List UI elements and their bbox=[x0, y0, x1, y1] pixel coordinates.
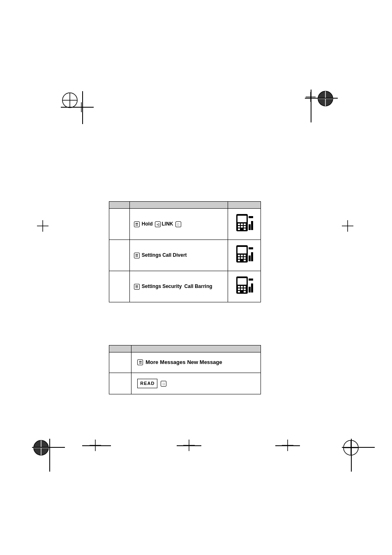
svg-rect-41 bbox=[238, 255, 240, 256]
table2-row1-num bbox=[109, 352, 131, 373]
link-label: LINK bbox=[162, 220, 173, 228]
svg-rect-38 bbox=[249, 216, 253, 218]
svg-rect-45 bbox=[241, 257, 243, 259]
settings-label-1: Settings bbox=[142, 251, 161, 259]
reg-mark-top-left-cross bbox=[76, 101, 87, 115]
svg-rect-61 bbox=[244, 291, 246, 292]
svg-rect-58 bbox=[241, 288, 243, 290]
svg-rect-50 bbox=[251, 252, 253, 261]
reg-line-top-right-h bbox=[305, 98, 338, 99]
reg-line-bottom-right-h bbox=[342, 447, 375, 448]
table1-row-2: ☰ Settings Call Divert bbox=[109, 240, 261, 271]
table2-header-col2 bbox=[131, 345, 261, 352]
reg-mark-bottom-right-inner bbox=[281, 439, 294, 454]
menu-icon-3: ☰ bbox=[134, 284, 140, 290]
svg-rect-27 bbox=[238, 216, 247, 222]
svg-rect-29 bbox=[241, 223, 243, 225]
svg-rect-48 bbox=[244, 260, 246, 261]
reg-line-bottom-center-h bbox=[177, 445, 201, 446]
table1-header-row bbox=[109, 202, 261, 209]
hold-label: Hold bbox=[142, 220, 153, 228]
table1-row-3: ☰ Settings Security Call Barring bbox=[109, 271, 261, 302]
svg-rect-46 bbox=[244, 257, 246, 259]
table1-row2-phone bbox=[228, 240, 261, 271]
reg-mark-bottom-left-inner bbox=[89, 439, 102, 454]
reg-line-top-left-v bbox=[82, 91, 83, 124]
phone-icon-2 bbox=[233, 243, 256, 266]
svg-rect-28 bbox=[238, 223, 240, 225]
table1-row1-desc: ☰ Hold ◁ LINK □ bbox=[129, 209, 228, 240]
table1-row1-phone bbox=[228, 209, 261, 240]
features-table-2: ☰ More Messages New Message READ □ bbox=[109, 345, 261, 394]
reg-line-bottom-left-h bbox=[32, 447, 65, 448]
reg-mark-bottom-center bbox=[182, 439, 196, 454]
table2-row1-content: ☰ More Messages New Message bbox=[137, 358, 255, 367]
table2-row-2: READ □ bbox=[109, 373, 261, 394]
phone-icon-1 bbox=[233, 212, 256, 235]
svg-rect-62 bbox=[249, 287, 251, 292]
security-label: Security bbox=[162, 283, 182, 290]
reg-mark-top-right-circle bbox=[316, 90, 334, 109]
table1-row3-content: ☰ Settings Security Call Barring bbox=[134, 283, 224, 290]
more-label: More bbox=[145, 358, 158, 367]
table2-row-1: ☰ More Messages New Message bbox=[109, 352, 261, 373]
phone-icon-3 bbox=[233, 274, 256, 297]
table1-row1-num bbox=[109, 209, 130, 240]
svg-rect-63 bbox=[251, 283, 253, 292]
ok-icon-1: □ bbox=[175, 221, 181, 227]
svg-rect-40 bbox=[238, 247, 247, 253]
ok-icon-2: □ bbox=[161, 381, 166, 387]
menu-icon-1: ☰ bbox=[134, 221, 140, 227]
table2-row2-content: READ □ bbox=[137, 379, 255, 389]
reg-line-bottom-left-v bbox=[49, 439, 50, 472]
table1-header-col1 bbox=[109, 202, 130, 209]
read-button-label: READ bbox=[137, 379, 157, 389]
svg-rect-34 bbox=[238, 228, 240, 230]
table1-row3-phone bbox=[228, 271, 261, 302]
svg-rect-44 bbox=[238, 257, 240, 259]
table1-row2-desc: ☰ Settings Call Divert bbox=[129, 240, 228, 271]
svg-rect-47 bbox=[238, 260, 240, 261]
table2-row2-num bbox=[109, 373, 131, 394]
table1-row3-desc: ☰ Settings Security Call Barring bbox=[129, 271, 228, 302]
svg-rect-31 bbox=[238, 226, 240, 228]
svg-rect-55 bbox=[241, 286, 243, 288]
svg-rect-53 bbox=[238, 278, 247, 285]
svg-rect-37 bbox=[251, 221, 253, 230]
svg-rect-57 bbox=[238, 288, 240, 290]
table1-row3-num bbox=[109, 271, 130, 302]
svg-rect-35 bbox=[244, 228, 246, 230]
svg-rect-56 bbox=[244, 286, 246, 288]
svg-rect-30 bbox=[244, 223, 246, 225]
svg-rect-64 bbox=[249, 279, 253, 281]
reg-line-top-right-v bbox=[311, 90, 311, 122]
svg-rect-43 bbox=[244, 255, 246, 256]
svg-rect-32 bbox=[241, 226, 243, 228]
settings-label-2: Settings bbox=[142, 283, 161, 290]
table2-header-row bbox=[109, 345, 261, 352]
back-icon-1: ◁ bbox=[155, 221, 161, 227]
table1-header-col3 bbox=[228, 202, 261, 209]
reg-line-top-left-h bbox=[61, 107, 94, 108]
svg-rect-42 bbox=[241, 255, 243, 256]
svg-rect-60 bbox=[238, 291, 240, 292]
table1-row2-num bbox=[109, 240, 130, 271]
features-table-1: ☰ Hold ◁ LINK □ bbox=[109, 201, 261, 302]
svg-rect-59 bbox=[244, 288, 246, 290]
svg-rect-33 bbox=[244, 226, 246, 228]
reg-line-bottom-right-v bbox=[351, 439, 352, 472]
reg-line-bottom-left-inner-h bbox=[82, 445, 111, 446]
reg-mark-mid-right bbox=[341, 219, 354, 234]
table1-row2-content: ☰ Settings Call Divert bbox=[134, 251, 224, 259]
table1-row1-content: ☰ Hold ◁ LINK □ bbox=[134, 220, 224, 228]
svg-rect-49 bbox=[249, 256, 251, 261]
table2-row1-desc: ☰ More Messages New Message bbox=[131, 352, 261, 373]
reg-mark-mid-left bbox=[36, 219, 49, 234]
new-message-label: New Message bbox=[187, 358, 222, 367]
table1-row-1: ☰ Hold ◁ LINK □ bbox=[109, 209, 261, 240]
reg-line-bottom-right-inner-h bbox=[275, 445, 300, 446]
svg-rect-54 bbox=[238, 286, 240, 288]
svg-rect-36 bbox=[249, 224, 251, 230]
messages-label: Messages bbox=[160, 358, 185, 367]
table1-header-col2 bbox=[129, 202, 228, 209]
